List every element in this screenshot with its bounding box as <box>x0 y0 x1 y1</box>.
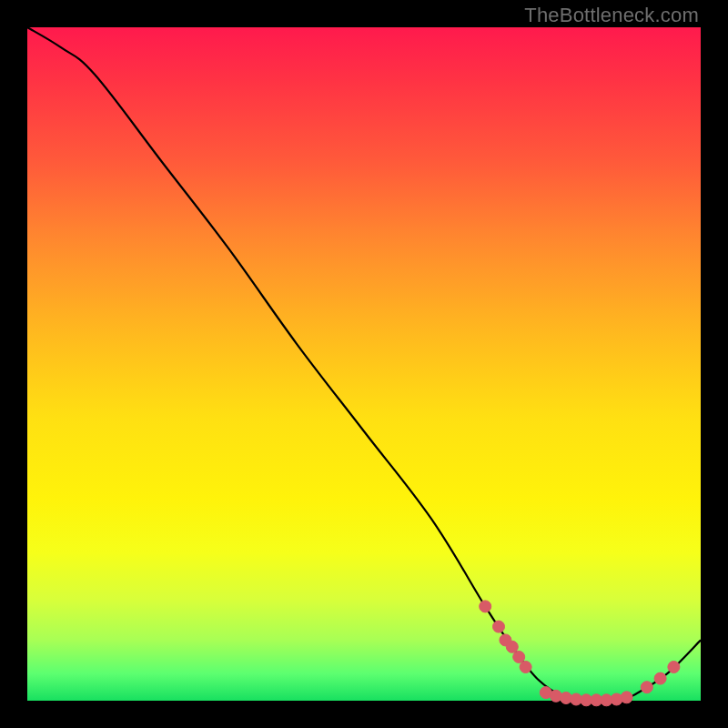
data-point-marker <box>621 692 632 703</box>
data-point-marker <box>520 662 531 673</box>
data-point-marker <box>493 621 505 632</box>
marker-group <box>480 601 680 706</box>
data-point-marker <box>480 601 491 612</box>
chart-svg <box>27 27 701 701</box>
data-point-marker <box>654 672 666 684</box>
watermark-text: TheBottleneck.com <box>524 4 699 27</box>
data-point-marker <box>641 682 652 693</box>
data-point-marker <box>513 651 525 662</box>
bottleneck-curve <box>27 27 701 702</box>
data-point-marker <box>506 641 518 652</box>
chart-frame: TheBottleneck.com <box>0 0 728 728</box>
plot-area <box>27 27 701 701</box>
data-point-marker <box>668 662 680 673</box>
